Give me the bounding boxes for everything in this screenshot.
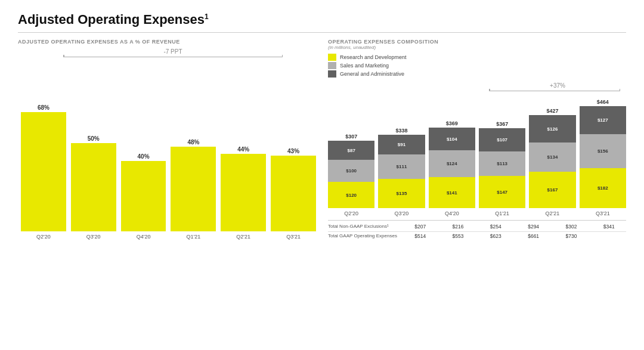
stacked-bar-xlabel: Q1'21 bbox=[495, 210, 509, 216]
bar-pct-label: 68% bbox=[38, 104, 49, 111]
segment-sm: $124 bbox=[429, 150, 475, 177]
bar-pct-label: 44% bbox=[237, 146, 249, 153]
table-cell: $514 bbox=[403, 232, 437, 239]
legend-item: Research and Development bbox=[328, 54, 626, 61]
bar-pct-label: 43% bbox=[287, 148, 299, 154]
annotation-row: -7 PPT bbox=[36, 48, 310, 66]
stacked-bar-group: $369$104$124$141Q4'20 bbox=[429, 120, 475, 216]
stacked-bar-group: $307$87$100$120Q2'20 bbox=[328, 134, 374, 216]
bar-stack: $91$111$135 bbox=[378, 135, 425, 208]
bar-xlabel: Q2'21 bbox=[236, 234, 250, 240]
legend-color-box bbox=[328, 70, 336, 78]
bar-stack: $107$113$147 bbox=[479, 128, 525, 208]
bar-yellow bbox=[121, 161, 166, 231]
table-row-label: Total Non-GAAP Exclusions¹ bbox=[328, 222, 400, 230]
table-cell: $623 bbox=[479, 232, 513, 239]
legend-color-box bbox=[328, 62, 336, 69]
left-bar-group: 40%Q4'20 bbox=[121, 153, 166, 240]
stacked-chart-area: +37% $307$87$100$120Q2'20$338$91$111$135… bbox=[328, 82, 626, 216]
left-bar-group: 44%Q2'21 bbox=[221, 146, 266, 240]
right-annotation-row: +37% bbox=[328, 82, 626, 99]
left-panel: ADJUSTED OPERATING EXPENSES AS A % OF RE… bbox=[18, 39, 316, 240]
segment-sm: $111 bbox=[378, 154, 425, 179]
stacked-bar-total: $338 bbox=[395, 128, 407, 134]
table-cell bbox=[592, 232, 626, 239]
legend: Research and DevelopmentSales and Market… bbox=[328, 54, 626, 78]
right-bracket-line bbox=[489, 91, 620, 91]
segment-rd: $167 bbox=[529, 172, 575, 208]
bar-xlabel: Q3'20 bbox=[86, 234, 101, 240]
left-bar-group: 50%Q3'20 bbox=[71, 135, 116, 240]
table-cells: $207$216$254$294$302$341 bbox=[403, 222, 626, 230]
bar-yellow bbox=[171, 147, 216, 231]
left-bar-group: 48%Q1'21 bbox=[171, 139, 216, 240]
annotation-label: -7 PPT bbox=[163, 48, 182, 55]
legend-item: Sales and Marketing bbox=[328, 62, 626, 69]
stacked-bar-total: $307 bbox=[345, 134, 357, 140]
right-section-title: OPERATING EXPENSES COMPOSITION bbox=[328, 39, 626, 45]
segment-ga: $104 bbox=[429, 128, 475, 150]
segment-ga: $127 bbox=[580, 106, 626, 134]
segment-rd: $120 bbox=[328, 182, 374, 208]
title-sup: 1 bbox=[205, 13, 209, 21]
segment-rd: $182 bbox=[580, 168, 626, 208]
stacked-bar-xlabel: Q2'21 bbox=[546, 210, 560, 216]
right-panel: OPERATING EXPENSES COMPOSITION (in milli… bbox=[328, 39, 626, 240]
bar-stack: $126$134$167 bbox=[529, 115, 575, 208]
segment-sm: $134 bbox=[529, 143, 575, 172]
table-cell: $254 bbox=[479, 222, 513, 230]
bars-container: 68%Q2'2050%Q3'2040%Q4'2048%Q1'2144%Q2'21… bbox=[18, 66, 316, 240]
bar-yellow bbox=[21, 112, 66, 231]
stacked-bar-group: $464$127$156$182Q3'21 bbox=[580, 99, 626, 216]
segment-ga: $91 bbox=[378, 135, 425, 154]
bar-stack: $87$100$120 bbox=[328, 141, 374, 208]
bar-pct-label: 50% bbox=[88, 135, 100, 142]
table-cell: $553 bbox=[441, 232, 475, 239]
table-row: Total Non-GAAP Exclusions¹$207$216$254$2… bbox=[328, 222, 626, 230]
bar-xlabel: Q2'20 bbox=[36, 234, 51, 240]
segment-sm: $100 bbox=[328, 160, 374, 182]
table-cell: $294 bbox=[516, 222, 550, 230]
stacked-bar-xlabel: Q2'20 bbox=[344, 210, 358, 216]
stacked-bar-xlabel: Q3'20 bbox=[395, 210, 409, 216]
table-cell: $207 bbox=[403, 222, 437, 230]
page-title: Adjusted Operating Expenses1 bbox=[18, 12, 626, 33]
bar-xlabel: Q1'21 bbox=[187, 234, 201, 240]
legend-item: General and Administrative bbox=[328, 70, 626, 78]
stacked-bar-total: $464 bbox=[597, 99, 609, 105]
bottom-table: Total Non-GAAP Exclusions¹$207$216$254$2… bbox=[328, 220, 626, 240]
legend-label: General and Administrative bbox=[340, 71, 404, 77]
table-cell: $341 bbox=[592, 222, 626, 230]
right-header: OPERATING EXPENSES COMPOSITION (in milli… bbox=[328, 39, 626, 50]
segment-sm: $113 bbox=[479, 151, 525, 176]
bar-yellow bbox=[71, 143, 116, 231]
bar-pct-label: 48% bbox=[187, 139, 199, 145]
segment-rd: $141 bbox=[429, 177, 475, 208]
segment-rd: $135 bbox=[378, 179, 425, 208]
stacked-bar-group: $338$91$111$135Q3'20 bbox=[378, 128, 425, 216]
table-cells: $514$553$623$661$730 bbox=[403, 232, 626, 239]
bar-yellow bbox=[271, 156, 316, 231]
bar-xlabel: Q4'20 bbox=[137, 234, 151, 240]
bracket-line bbox=[63, 57, 283, 57]
left-section-title: ADJUSTED OPERATING EXPENSES AS A % OF RE… bbox=[18, 39, 316, 45]
left-bar-chart: -7 PPT 68%Q2'2050%Q3'2040%Q4'2048%Q1'214… bbox=[18, 48, 316, 240]
segment-ga: $126 bbox=[529, 115, 575, 143]
segment-ga: $107 bbox=[479, 128, 525, 151]
segment-ga: $87 bbox=[328, 141, 374, 160]
right-subtitle: (in millions, unaudited) bbox=[328, 45, 626, 50]
left-bar-group: 68%Q2'20 bbox=[21, 104, 66, 240]
stacked-bar-xlabel: Q3'21 bbox=[596, 210, 610, 216]
bar-yellow bbox=[221, 154, 266, 231]
stacked-bar-xlabel: Q4'20 bbox=[445, 210, 459, 216]
stacked-bar-group: $367$107$113$147Q1'21 bbox=[479, 121, 525, 216]
stacked-bars-container: $307$87$100$120Q2'20$338$91$111$135Q3'20… bbox=[328, 99, 626, 216]
stacked-bar-group: $427$126$134$167Q2'21 bbox=[529, 108, 575, 216]
segment-rd: $147 bbox=[479, 176, 525, 208]
table-cell: $216 bbox=[441, 222, 475, 230]
legend-color-box bbox=[328, 54, 336, 61]
table-row: Total GAAP Operating Expenses$514$553$62… bbox=[328, 231, 626, 239]
bar-xlabel: Q3'21 bbox=[286, 234, 301, 240]
segment-sm: $156 bbox=[580, 134, 626, 168]
table-cell: $730 bbox=[554, 232, 588, 239]
